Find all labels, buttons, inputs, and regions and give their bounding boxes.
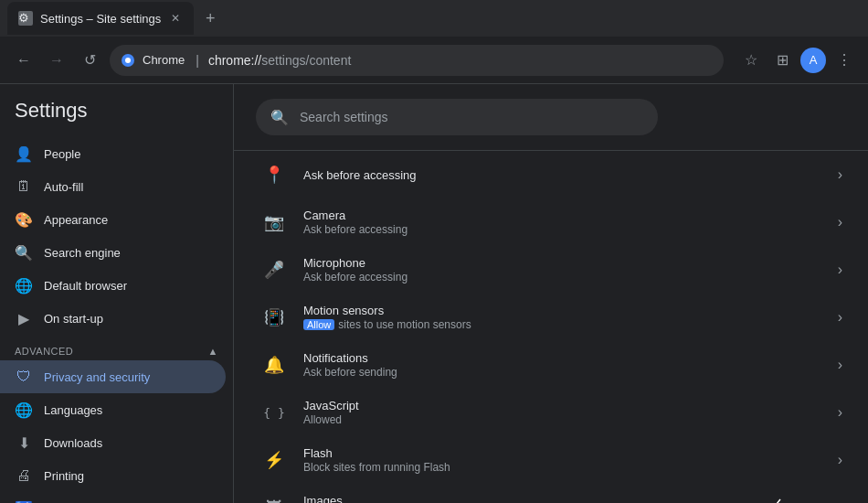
sidebar-item-downloads[interactable]: ⬇ Downloads bbox=[0, 426, 226, 459]
camera-subtitle: Ask before accessing bbox=[303, 223, 823, 236]
sidebar-startup-label: On start-up bbox=[44, 312, 103, 326]
microphone-text: Microphone Ask before accessing bbox=[303, 256, 823, 284]
camera-title: Camera bbox=[303, 209, 823, 222]
location-text: Ask before accessing bbox=[303, 168, 823, 182]
chrome-label: Chrome bbox=[143, 53, 185, 67]
tab-close-button[interactable]: ✕ bbox=[168, 11, 183, 26]
motion-sensors-icon: 📳 bbox=[259, 303, 289, 332]
search-bar-container: 🔍 bbox=[234, 84, 868, 151]
settings-item-camera[interactable]: 📷 Camera Ask before accessing › bbox=[249, 198, 853, 246]
more-button[interactable]: ⋮ bbox=[831, 48, 857, 73]
settings-item-microphone[interactable]: 🎤 Microphone Ask before accessing › bbox=[249, 246, 853, 294]
sidebar-appearance-label: Appearance bbox=[44, 213, 108, 227]
settings-title: Settings bbox=[0, 91, 233, 137]
javascript-text: JavaScript Allowed bbox=[303, 399, 823, 426]
sidebar-item-people[interactable]: 👤 People bbox=[0, 137, 226, 170]
settings-item-flash[interactable]: ⚡ Flash Block sites from running Flash › bbox=[249, 436, 853, 484]
sidebar-item-autofill[interactable]: 🗓 Auto-fill bbox=[0, 170, 226, 203]
sidebar-item-startup[interactable]: ▶ On start-up bbox=[0, 302, 226, 335]
url-bar[interactable]: Chrome | chrome://settings/content bbox=[110, 45, 724, 76]
motion-sensors-text: Motion sensors Allowsites to use motion … bbox=[303, 304, 823, 331]
notifications-title: Notifications bbox=[303, 351, 823, 365]
sidebar-autofill-label: Auto-fill bbox=[44, 180, 83, 194]
settings-item-motion-sensors[interactable]: 📳 Motion sensors Allowsites to use motio… bbox=[249, 294, 853, 341]
back-button[interactable]: ← bbox=[11, 48, 37, 73]
location-title: Ask before accessing bbox=[303, 168, 823, 182]
sidebar-item-printing[interactable]: 🖨 Printing bbox=[0, 459, 226, 492]
reload-button[interactable]: ↺ bbox=[77, 48, 102, 73]
advanced-section-header: Advanced ▲ bbox=[0, 335, 233, 360]
sidebar: Settings 👤 People 🗓 Auto-fill 🎨 Appearan… bbox=[0, 84, 234, 503]
autofill-icon: 🗓 bbox=[15, 177, 33, 196]
microphone-chevron: › bbox=[838, 262, 842, 278]
settings-item-notifications[interactable]: 🔔 Notifications Ask before sending › bbox=[249, 341, 853, 389]
advanced-chevron[interactable]: ▲ bbox=[208, 346, 218, 357]
notifications-text: Notifications Ask before sending bbox=[303, 351, 823, 379]
svg-point-1 bbox=[125, 58, 131, 63]
bookmark-button[interactable]: ☆ bbox=[738, 48, 764, 73]
startup-icon: ▶ bbox=[15, 309, 33, 327]
sidebar-downloads-label: Downloads bbox=[44, 436, 102, 450]
sidebar-printing-label: Printing bbox=[44, 469, 84, 483]
settings-list: 📍 Ask before accessing › 📷 Camera Ask be… bbox=[234, 151, 868, 503]
microphone-icon: 🎤 bbox=[259, 255, 289, 284]
chrome-icon bbox=[121, 53, 135, 68]
flash-subtitle: Block sites from running Flash bbox=[303, 461, 823, 474]
notifications-chevron: › bbox=[838, 357, 842, 373]
motion-sensors-badge: Allow bbox=[303, 319, 334, 330]
sidebar-item-search-engine[interactable]: 🔍 Search engine bbox=[0, 236, 226, 269]
flash-icon: ⚡ bbox=[259, 445, 289, 475]
camera-chevron: › bbox=[838, 214, 842, 230]
content-area: 🔍 📍 Ask before accessing › 📷 Camera Ask … bbox=[234, 84, 868, 503]
location-icon: 📍 bbox=[259, 160, 289, 189]
flash-chevron: › bbox=[838, 452, 842, 468]
javascript-icon: { } bbox=[259, 398, 289, 427]
microphone-subtitle: Ask before accessing bbox=[303, 271, 823, 284]
search-bar[interactable]: 🔍 bbox=[256, 99, 658, 135]
sidebar-privacy-label: Privacy and security bbox=[44, 370, 150, 384]
active-tab[interactable]: ⚙ Settings – Site settings ✕ bbox=[7, 2, 194, 35]
tab-title: Settings – Site settings bbox=[40, 12, 161, 26]
settings-item-javascript[interactable]: { } JavaScript Allowed › bbox=[249, 389, 853, 436]
flash-title: Flash bbox=[303, 446, 823, 460]
search-engine-icon: 🔍 bbox=[15, 243, 33, 262]
javascript-subtitle: Allowed bbox=[303, 413, 823, 426]
sidebar-item-appearance[interactable]: 🎨 Appearance bbox=[0, 203, 226, 236]
search-icon: 🔍 bbox=[270, 109, 289, 126]
main-layout: Settings 👤 People 🗓 Auto-fill 🎨 Appearan… bbox=[0, 84, 868, 503]
appearance-icon: 🎨 bbox=[15, 210, 33, 229]
new-tab-button[interactable]: + bbox=[197, 5, 223, 31]
motion-sensors-chevron: › bbox=[838, 309, 842, 326]
images-chevron: › bbox=[838, 499, 842, 503]
location-chevron: › bbox=[838, 166, 842, 183]
images-text: Images Show all bbox=[303, 494, 823, 503]
sidebar-item-privacy[interactable]: 🛡 Privacy and security bbox=[0, 360, 226, 393]
profile-button[interactable]: A bbox=[800, 48, 826, 73]
notifications-subtitle: Ask before sending bbox=[303, 366, 823, 379]
advanced-label: Advanced bbox=[15, 346, 73, 357]
settings-item-location[interactable]: 📍 Ask before accessing › bbox=[249, 151, 853, 198]
settings-item-images[interactable]: 🖼 Images Show all › bbox=[249, 484, 853, 503]
downloads-icon: ⬇ bbox=[15, 433, 33, 452]
grid-button[interactable]: ⊞ bbox=[769, 48, 795, 73]
images-icon: 🖼 bbox=[259, 493, 289, 503]
sidebar-item-default-browser[interactable]: 🌐 Default browser bbox=[0, 269, 226, 302]
privacy-icon: 🛡 bbox=[15, 368, 33, 386]
sidebar-default-browser-label: Default browser bbox=[44, 279, 127, 293]
accessibility-icon: ♿ bbox=[15, 499, 33, 503]
url-text: chrome://settings/content bbox=[208, 53, 713, 68]
notifications-icon: 🔔 bbox=[259, 350, 289, 380]
sidebar-search-label: Search engine bbox=[44, 246, 121, 260]
tab-bar: ⚙ Settings – Site settings ✕ + bbox=[0, 0, 868, 37]
people-icon: 👤 bbox=[15, 144, 33, 163]
printing-icon: 🖨 bbox=[15, 466, 33, 485]
address-bar: ← → ↺ Chrome | chrome://settings/content… bbox=[0, 37, 868, 84]
motion-sensors-title: Motion sensors bbox=[303, 304, 823, 317]
sidebar-item-languages[interactable]: 🌐 Languages bbox=[0, 393, 226, 426]
forward-button[interactable]: → bbox=[44, 48, 69, 73]
toolbar-icons: ☆ ⊞ A ⋮ bbox=[738, 48, 857, 73]
search-input[interactable] bbox=[300, 110, 643, 124]
languages-icon: 🌐 bbox=[15, 401, 33, 419]
sidebar-item-accessibility[interactable]: ♿ Accessibility bbox=[0, 492, 226, 503]
sidebar-languages-label: Languages bbox=[44, 403, 102, 417]
